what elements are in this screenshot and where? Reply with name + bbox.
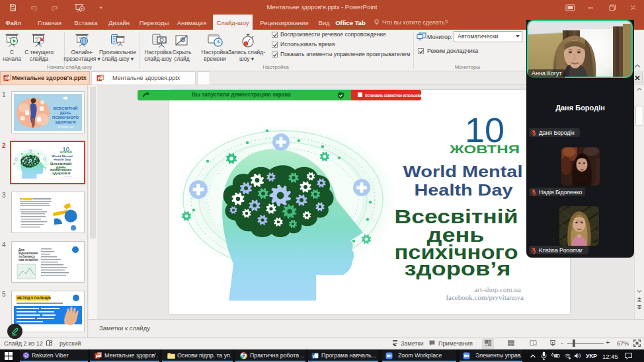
svg-text:здоров’я: здоров’я bbox=[405, 258, 511, 279]
svg-text:МЕТОД 5 ПАЛЬЦІВ: МЕТОД 5 ПАЛЬЦІВ bbox=[17, 296, 51, 300]
svg-text:W: W bbox=[312, 354, 317, 359]
svg-text:нам потрібні:: нам потрібні: bbox=[19, 258, 39, 262]
svg-text:здоров’я: здоров’я bbox=[52, 171, 71, 175]
svg-text:ВСЕСВІТНІЙ: ВСЕСВІТНІЙ bbox=[54, 106, 78, 110]
svg-text:facebook.com/pryvitannya: facebook.com/pryvitannya bbox=[446, 293, 524, 301]
svg-text:World Mental: World Mental bbox=[403, 163, 523, 180]
svg-text:P: P bbox=[98, 77, 101, 81]
svg-text:art-shop.com.ua: art-shop.com.ua bbox=[474, 285, 521, 293]
svg-text:P: P bbox=[96, 354, 99, 359]
svg-text:facebook.com/pryvitannya: facebook.com/pryvitannya bbox=[60, 177, 73, 178]
svg-text:ЗДОРОВ'Я: ЗДОРОВ'Я bbox=[55, 120, 75, 124]
svg-text:ЖОВТНЯ: ЖОВТНЯ bbox=[448, 144, 520, 155]
svg-text:10 жовтня: 10 жовтня bbox=[58, 125, 73, 129]
svg-text:P: P bbox=[5, 77, 8, 81]
svg-text:ПСИХІЧНОГО: ПСИХІЧНОГО bbox=[52, 116, 79, 120]
svg-text:ЖОВТНЯ: ЖОВТНЯ bbox=[59, 151, 72, 154]
svg-text:ДЕНЬ: ДЕНЬ bbox=[60, 111, 72, 115]
svg-text:Health Day: Health Day bbox=[54, 158, 71, 161]
svg-text:Health Day: Health Day bbox=[415, 181, 514, 199]
svg-text:art-shop.com.ua: art-shop.com.ua bbox=[64, 176, 72, 177]
svg-text:World Mental: World Mental bbox=[52, 155, 72, 158]
